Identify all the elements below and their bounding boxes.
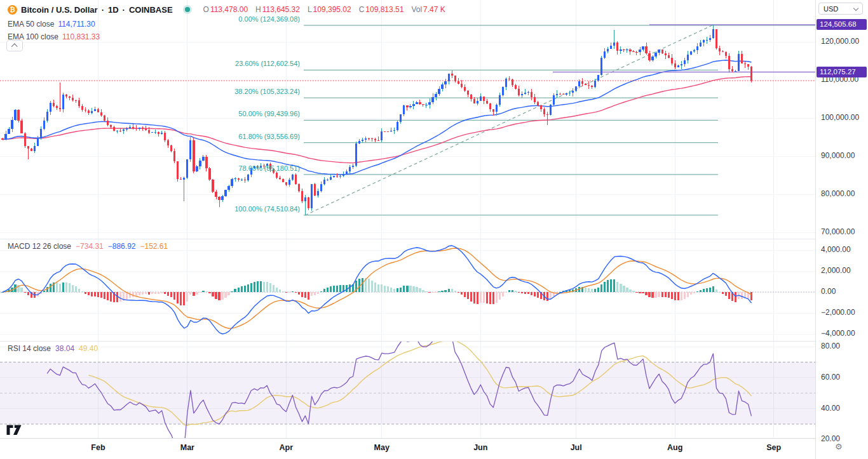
- fib-level-label: 100.00% (74,510.84): [234, 205, 300, 213]
- title-separator: ·: [102, 5, 104, 15]
- ema50-line: [3, 60, 752, 175]
- macd-line: [3, 246, 752, 334]
- month-axis-label: Feb: [84, 443, 112, 452]
- rsi-tick-label: 80.00: [821, 342, 840, 350]
- month-axis-label: Jul: [562, 443, 590, 452]
- macd-legend[interactable]: MACD 12 26 close −734.31 −886.92 −152.61: [8, 242, 168, 251]
- rsi-pane: [0, 331, 815, 451]
- price-tick-label: 120,000.00: [821, 37, 859, 46]
- market-status-icon[interactable]: [183, 5, 192, 14]
- ema50-legend[interactable]: EMA 50 close 114,711.30: [8, 20, 445, 28]
- month-axis-label: Mar: [173, 443, 201, 452]
- ohlc-open: O113,478.00: [203, 5, 248, 14]
- currency-selected: USD: [824, 5, 838, 13]
- macd-tick-label: −4,000.00: [821, 329, 855, 338]
- rsi-legend[interactable]: RSI 14 close 38.04 49.40: [8, 344, 98, 353]
- rsi-value: 38.04: [55, 344, 74, 353]
- currency-selector[interactable]: USD: [818, 3, 863, 15]
- chevron-up-icon: [11, 43, 17, 50]
- collapse-legend-button[interactable]: [6, 40, 23, 51]
- tradingview-logo[interactable]: [6, 424, 23, 436]
- main-price-pane: [0, 25, 815, 215]
- exchange-label[interactable]: COINBASE: [129, 5, 173, 15]
- price-tick-label: 90,000.00: [821, 151, 855, 160]
- ema50-label: EMA 50 close: [8, 20, 54, 29]
- macd-tick-label: 2,000.00: [821, 266, 851, 275]
- price-tick-label: 80,000.00: [821, 189, 855, 198]
- ohlc-low: L109,395.02: [308, 5, 351, 14]
- chevron-down-icon: [853, 5, 858, 10]
- macd-tick-label: −2,000.00: [821, 308, 855, 317]
- price-tick-label: 70,000.00: [821, 227, 855, 236]
- rsi-label: RSI 14 close: [8, 344, 51, 353]
- month-axis-label: Jun: [466, 443, 494, 452]
- rsi-tick-label: 60.00: [821, 373, 840, 382]
- bitcoin-icon: ₿: [8, 5, 17, 15]
- macd-pane: [0, 246, 815, 334]
- rsi-tick-label: 20.00: [821, 434, 840, 443]
- price-line-tag[interactable]: 124,505.68: [817, 19, 867, 30]
- month-axis-label: Apr: [272, 443, 300, 452]
- time-scale[interactable]: FebMarAprMayJunJulAugSep: [0, 439, 815, 459]
- month-axis-label: Aug: [661, 443, 689, 452]
- volume-value: Vol7.47 K: [411, 5, 445, 14]
- symbol-title[interactable]: Bitcoin / U.S. Dollar: [21, 5, 98, 15]
- chart-header: ₿ Bitcoin / U.S. Dollar · 1D · COINBASE …: [8, 4, 445, 41]
- pane-separator[interactable]: [0, 239, 868, 239]
- fib-level-label: 23.60% (112,602.54): [235, 60, 300, 67]
- title-separator: ·: [123, 5, 125, 15]
- ema50-value: 114,711.30: [58, 20, 95, 29]
- rsi-ma-value: 49.40: [79, 344, 98, 353]
- macd-signal-value: −152.61: [140, 242, 168, 251]
- price-tick-label: 100,000.00: [821, 113, 859, 122]
- macd-hist-value: −734.31: [76, 242, 104, 251]
- ohlc-high: H113,645.32: [255, 5, 300, 14]
- price-line-tag[interactable]: 112,075.27: [817, 67, 867, 77]
- interval-label[interactable]: 1D: [108, 5, 119, 15]
- macd-tick-label: 4,000.00: [821, 245, 851, 254]
- ema100-legend[interactable]: EMA 100 close 110,831.33: [8, 32, 445, 41]
- macd-tick-label: 0.00: [821, 287, 836, 296]
- month-axis-label: Sep: [760, 443, 788, 452]
- macd-line-value: −886.92: [108, 242, 136, 251]
- month-axis-label: May: [368, 443, 396, 452]
- macd-label: MACD 12 26 close: [8, 242, 71, 251]
- fib-level-label: 61.80% (93,556.69): [238, 133, 300, 140]
- trading-chart-app: ₿ Bitcoin / U.S. Dollar · 1D · COINBASE …: [0, 0, 868, 459]
- ema100-value: 110,831.33: [62, 32, 100, 41]
- chart-canvas[interactable]: [0, 0, 868, 459]
- price-scale[interactable]: USD ⚙ 120,000.00110,000.00100,000.0090,0…: [815, 0, 868, 459]
- ema100-line: [3, 77, 752, 163]
- ohlc-close: C109,813.51: [359, 5, 404, 14]
- fib-level-label: 50.00% (99,439.96): [238, 110, 300, 117]
- pane-separator[interactable]: [0, 341, 868, 342]
- fib-level-label: 78.60% (85,180.51): [238, 164, 300, 172]
- macd-signal-line: [3, 248, 752, 328]
- rsi-tick-label: 40.00: [821, 404, 840, 413]
- fib-level-label: 38.20% (105,323.24): [234, 88, 300, 95]
